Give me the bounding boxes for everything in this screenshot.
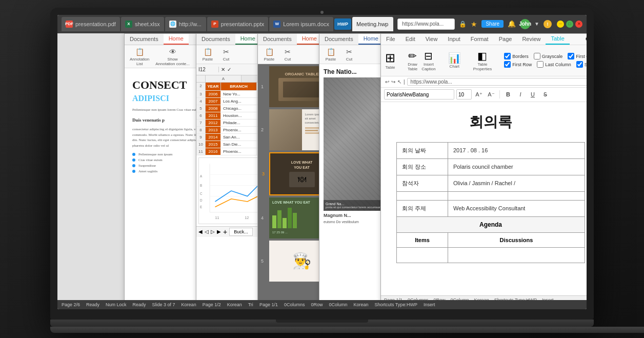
table-props-icon[interactable]: ◧ — [477, 50, 487, 62]
minimize-button[interactable]: ─ — [557, 21, 564, 28]
ppt-tab-docs[interactable]: Documents — [258, 34, 297, 45]
prev-sheet2[interactable]: ◁ — [205, 229, 209, 234]
excel-tab-icon: X — [125, 21, 132, 28]
table-icon[interactable]: ⊞ — [385, 51, 395, 65]
svg-text:D: D — [200, 198, 203, 202]
cut-btn-excel[interactable]: ✂ Cut — [218, 46, 234, 63]
tab-excel[interactable]: X sheet.xlsx — [121, 17, 164, 31]
cut-btn-word[interactable]: ✂ Cut — [341, 46, 357, 63]
add-sheet[interactable]: + — [223, 228, 227, 236]
annotation-list-icon: 📋 — [134, 47, 145, 57]
sheet-tab-buck[interactable]: Buck... — [229, 228, 253, 236]
annotation-list-btn[interactable]: 📋 AnnotationList — [128, 46, 151, 67]
user-dropdown-icon[interactable]: ▼ — [534, 21, 539, 27]
formula-expand[interactable]: ✕ — [221, 67, 225, 72]
tab-docx[interactable]: W Lorem ipsum.docx — [269, 17, 333, 31]
hwp-tab-table[interactable]: Table — [546, 34, 569, 45]
underline-icon[interactable]: U — [528, 89, 538, 100]
hwp-pointer-icon[interactable]: ↖ — [397, 79, 401, 85]
agenda-item-1 — [397, 247, 448, 263]
paste-btn-word[interactable]: 📋 Paste — [323, 46, 339, 63]
chk-grayscale[interactable]: Grayscale — [534, 53, 563, 59]
hwp-doc-content: 회의록 회의 날짜 2017 . 08 . 16 회의 장소 Polaris c… — [381, 102, 587, 296]
close-button[interactable]: ✕ — [575, 21, 582, 28]
ppt-tab-home[interactable]: Home — [297, 34, 322, 45]
bold-icon[interactable]: B — [503, 89, 513, 100]
italic-icon[interactable]: I — [515, 89, 526, 100]
empty-label — [397, 191, 448, 200]
bell-icon[interactable]: 🔔 — [508, 20, 516, 28]
main-status-bar: Page 2/6 Ready Num Lock Ready Slide 3 of… — [57, 300, 587, 309]
pdf-tab-home[interactable]: Home — [164, 34, 189, 45]
excel-tab-docs[interactable]: Documents — [196, 34, 235, 45]
table-row-agenda-header: Agenda — [397, 216, 585, 232]
hwp-tab-file[interactable]: File — [381, 34, 400, 45]
tab-web[interactable]: 🌐 http://w... — [165, 17, 206, 31]
hwp-redo-icon[interactable]: ↪ — [391, 79, 395, 85]
strikethrough-icon[interactable]: S̶ — [540, 89, 550, 100]
draw-table-icon[interactable]: ✏ — [408, 50, 417, 62]
hwp-tab-review[interactable]: Review — [517, 34, 546, 45]
hwp-tab-view[interactable]: View — [420, 34, 443, 45]
status-hwp-page: Page 1/1 — [259, 302, 278, 307]
font-selector[interactable] — [384, 89, 454, 100]
word-tab-docs[interactable]: Documents — [319, 34, 358, 45]
word-tab-home[interactable]: Home — [358, 34, 384, 45]
next-sheet[interactable]: ▷ — [211, 229, 215, 234]
share-button[interactable]: Share — [481, 20, 504, 28]
next-sheet2[interactable]: ▶ — [217, 229, 221, 234]
paste-btn-excel[interactable]: 📋 Paste — [199, 46, 216, 63]
maximize-button[interactable]: □ — [566, 21, 573, 28]
col-header-discussions: Discussions — [448, 232, 585, 247]
draw-table-group: ✏ DrawTable — [408, 50, 417, 71]
excel-tab-home[interactable]: Home — [235, 34, 260, 45]
chk-shading-input[interactable] — [576, 61, 583, 68]
chk-first-row-input[interactable] — [504, 61, 511, 68]
url-bar[interactable]: https://www.pola... — [397, 18, 455, 30]
chk-first-col-input[interactable] — [568, 53, 574, 59]
font-shrink-icon[interactable]: A⁻ — [486, 89, 496, 100]
chk-borders-input[interactable] — [504, 53, 511, 59]
chart-label: Chart — [449, 64, 459, 69]
chk-grayscale-input[interactable] — [534, 53, 540, 59]
hwp-tab-edit[interactable]: Edit — [400, 34, 420, 45]
status-ppt-slide: Slide 3 of 7 — [152, 302, 175, 307]
windows-container: Documents Home 📋 AnnotationList 👁 — [57, 33, 587, 309]
hwp-tab-page[interactable]: Page — [494, 34, 517, 45]
tab-pptx[interactable]: P presentation.pptx — [207, 17, 268, 31]
chk-shading[interactable]: Shading — [576, 61, 587, 68]
formula-check[interactable]: ✓ — [227, 67, 231, 72]
cut-icon-word: ✂ — [344, 47, 354, 57]
bookmark-icon[interactable]: ★ — [471, 20, 477, 28]
chk-last-col[interactable]: Last Column — [537, 61, 571, 68]
hwp-undo-icon[interactable]: ↩ — [385, 79, 389, 85]
tab-hwp[interactable]: Meeting.hwp — [352, 17, 393, 31]
chart-icon[interactable]: 📊 — [448, 52, 461, 64]
table-row-date: 회의 날짜 2017 . 08 . 16 — [397, 142, 585, 158]
attendees-value: Olivia / Jasmin / Rachel / — [448, 175, 585, 191]
insert-caption-label: InsertCaption — [421, 62, 436, 71]
show-annotation-btn[interactable]: 👁 ShowAnnotation conte... — [153, 46, 192, 67]
date-value: 2017 . 08 . 16 — [448, 142, 585, 158]
paste-btn-ppt[interactable]: 📋 Paste — [261, 46, 277, 63]
hwp-ribbon-tabs: File Edit View Input Format Page Review … — [381, 34, 587, 45]
chk-borders[interactable]: Borders — [504, 53, 529, 59]
hwp-tab-format[interactable]: Format — [466, 34, 494, 45]
laptop-base — [50, 320, 594, 327]
chk-first-row[interactable]: First Row — [504, 61, 532, 68]
tab-pdf[interactable]: PDF presentation.pdf — [62, 17, 120, 31]
font-size-input[interactable] — [456, 89, 472, 100]
font-grow-icon[interactable]: A⁺ — [474, 89, 484, 100]
hwp-gear-icon[interactable]: ⚙ — [585, 35, 587, 43]
cut-btn-ppt[interactable]: ✂ Cut — [279, 46, 296, 63]
insert-caption-icon[interactable]: ⊟ — [424, 50, 433, 62]
pdf-tab-documents[interactable]: Documents — [125, 34, 164, 45]
chk-first-col[interactable]: First Column — [568, 53, 587, 59]
chk-last-col-input[interactable] — [537, 61, 544, 68]
status-hwp-cols: 0Columns — [284, 302, 305, 307]
hwp-tab-input[interactable]: Input — [442, 34, 465, 45]
cell-ref[interactable]: I12 — [198, 67, 219, 72]
bullet-2 — [132, 158, 135, 162]
prev-sheet[interactable]: ◀ — [198, 229, 203, 234]
hwp-url-input[interactable]: https://www.pola... — [407, 78, 587, 86]
